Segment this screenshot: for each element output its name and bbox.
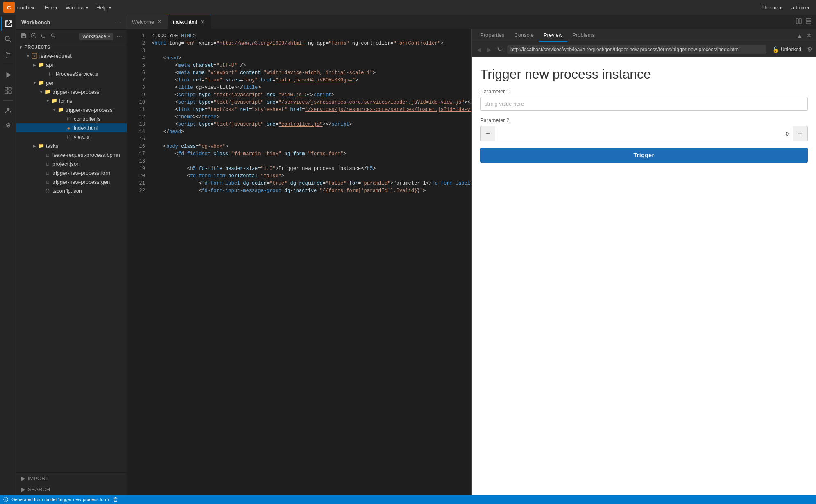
tab-indexhtml[interactable]: index.html ✕ — [168, 15, 211, 29]
code-line-5: 5 <meta charset="utf-8" /> — [127, 62, 471, 69]
tree-item-tsconfig[interactable]: {·} tsconfig.json — [16, 186, 127, 195]
tree-item-processservice[interactable]: {·} ProcessService.ts — [16, 69, 127, 78]
preview-unlocked-btn[interactable]: 🔓 Unlocked — [769, 45, 805, 54]
code-line-6: 6 <meta name="viewport" content="width=d… — [127, 69, 471, 77]
menu-window[interactable]: Window ▾ — [61, 0, 92, 15]
param2-value: 0 — [495, 127, 793, 140]
code-line-11: 11 <link type="text/css" rel="stylesheet… — [127, 106, 471, 113]
toolbar-save-btn[interactable] — [20, 32, 28, 41]
preview-close-btn[interactable]: ✕ — [805, 31, 813, 40]
preview-collapse-btn[interactable]: ▲ — [796, 31, 804, 40]
tree-item-gen2[interactable]: ◻ trigger-new-process.gen — [16, 177, 127, 186]
activity-search[interactable] — [1, 32, 16, 47]
tree-item-bpmn[interactable]: ◻ leave-request-process.bpmn — [16, 150, 127, 159]
preview-forward-btn[interactable]: ▶ — [485, 45, 493, 54]
activity-git[interactable] — [1, 47, 16, 62]
chevron-gen: ▾ — [31, 79, 38, 86]
projects-section-header[interactable]: ▾ PROJECTS — [16, 43, 127, 51]
activity-explorer[interactable] — [1, 16, 16, 31]
code-line-19: 19 <h5 fd-title header-size="1.0">Trigge… — [127, 165, 471, 172]
toolbar-more-btn[interactable]: ⋯ — [115, 32, 123, 41]
tree-item-api[interactable]: ▶ 📁 api — [16, 60, 127, 69]
activity-settings[interactable] — [1, 119, 16, 133]
tree-item-viewjs[interactable]: {·} view.js — [16, 132, 127, 141]
svg-rect-8 — [5, 91, 8, 94]
preview-content: Trigger new process instance Parameter 1… — [472, 57, 816, 495]
tab-properties[interactable]: Properties — [475, 29, 509, 42]
tab-welcome-close[interactable]: ✕ — [156, 18, 162, 25]
preview-url-input[interactable] — [507, 45, 766, 54]
activity-account[interactable] — [1, 103, 16, 118]
icon-gen-folder: 📁 — [38, 79, 44, 86]
code-line-13: 13 <script type="text/javascript" src="c… — [127, 121, 471, 128]
workspace-selector[interactable]: workspace ▾ — [79, 33, 113, 40]
icon-form: ◻ — [44, 170, 51, 176]
activity-bar — [0, 15, 16, 495]
svg-point-0 — [5, 36, 9, 41]
status-delete-icon[interactable] — [113, 497, 118, 502]
search-section[interactable]: ▶ SEARCH — [16, 484, 127, 495]
tab-bar: Welcome ✕ index.html ✕ — [127, 15, 816, 29]
menu-help[interactable]: Help ▾ — [92, 0, 115, 15]
file-menu-chevron: ▾ — [55, 5, 57, 10]
trigger-button[interactable]: Trigger — [480, 148, 808, 163]
split-editor-btn[interactable] — [795, 17, 803, 27]
code-line-4: 4 <head> — [127, 54, 471, 62]
tree-item-tasks[interactable]: ▶ 📁 tasks — [16, 141, 127, 150]
preview-settings-btn[interactable]: ⚙ — [807, 45, 813, 53]
activity-extensions[interactable] — [1, 83, 16, 98]
tab-indexhtml-label: index.html — [173, 19, 197, 25]
param2-number-input: − 0 + — [480, 126, 808, 141]
param2-increment-btn[interactable]: + — [793, 126, 807, 141]
tree-item-forms[interactable]: ▾ 📁 forms — [16, 96, 127, 105]
tree-item-controllerjs[interactable]: {·} controller.js — [16, 114, 127, 123]
menu-file[interactable]: File ▾ — [41, 0, 61, 15]
tab-problems[interactable]: Problems — [567, 29, 600, 42]
preview-back-btn[interactable]: ◀ — [475, 45, 483, 54]
param1-input[interactable] — [480, 97, 808, 111]
app-name: codbex — [17, 5, 34, 11]
preview-refresh-btn[interactable] — [496, 45, 505, 54]
import-section[interactable]: ▶ IMPORT — [16, 473, 127, 484]
toolbar-run-btn[interactable] — [29, 32, 38, 41]
admin-menu[interactable]: admin ▾ — [788, 5, 813, 11]
sidebar: Workbench ⋯ workspace ▾ ⋯ — [16, 15, 127, 495]
tree-item-projectjson[interactable]: ◻ project.json — [16, 159, 127, 168]
code-pane: 1 <!DOCTYPE HTML> 2 <html lang="en" xmln… — [127, 29, 471, 495]
theme-selector[interactable]: Theme ▾ — [758, 5, 784, 11]
code-editor[interactable]: 1 <!DOCTYPE HTML> 2 <html lang="en" xmln… — [127, 29, 471, 495]
tree-item-indexhtml[interactable]: ◈ index.html — [16, 123, 127, 132]
icon-bpmn: ◻ — [44, 151, 51, 158]
code-line-7: 7 <link rel="icon" sizes="any" href="dat… — [127, 77, 471, 84]
tree-item-tnp[interactable]: ▾ 📁 trigger-new-process — [16, 87, 127, 96]
tab-console[interactable]: Console — [509, 29, 539, 42]
toolbar-search-btn[interactable] — [49, 32, 57, 41]
chevron-leave-request: ▾ — [25, 52, 31, 59]
icon-viewjs: {·} — [66, 133, 72, 140]
layout-btn[interactable] — [805, 17, 813, 27]
activity-separator-2 — [3, 100, 13, 101]
chevron-tnp: ▾ — [38, 88, 44, 95]
sidebar-more-icon[interactable]: ⋯ — [114, 18, 122, 26]
tab-welcome[interactable]: Welcome ✕ — [127, 15, 168, 29]
code-line-21: 21 <fd-form-label dg-colon="true" dg-req… — [127, 180, 471, 187]
label-tnp2: trigger-new-process — [66, 107, 113, 113]
toolbar-refresh-btn[interactable] — [39, 32, 48, 41]
code-line-9: 9 <script type="text/javascript" src="vi… — [127, 91, 471, 99]
label-bpmn: leave-request-process.bpmn — [52, 152, 120, 158]
tree-item-tnp2[interactable]: ▾ 📁 trigger-new-process — [16, 105, 127, 114]
label-controllerjs: controller.js — [74, 116, 101, 122]
param1-label: Parameter 1: — [480, 88, 808, 95]
param2-decrement-btn[interactable]: − — [481, 126, 495, 141]
chevron-forms: ▾ — [44, 97, 51, 104]
tree-item-form[interactable]: ◻ trigger-new-process.form — [16, 168, 127, 177]
tab-indexhtml-close[interactable]: ✕ — [199, 19, 205, 25]
tab-preview[interactable]: Preview — [539, 29, 567, 42]
preview-form-title: Trigger new process instance — [480, 67, 808, 82]
tree-item-gen[interactable]: ▾ 📁 gen — [16, 78, 127, 87]
activity-debug[interactable] — [1, 68, 16, 82]
unlock-icon: 🔓 — [772, 46, 779, 53]
preview-panel: Properties Console Preview Problems ▲ ✕ — [471, 29, 816, 495]
tree-item-leave-request[interactable]: ▾ x leave-request — [16, 51, 127, 60]
tab-welcome-label: Welcome — [132, 19, 154, 25]
